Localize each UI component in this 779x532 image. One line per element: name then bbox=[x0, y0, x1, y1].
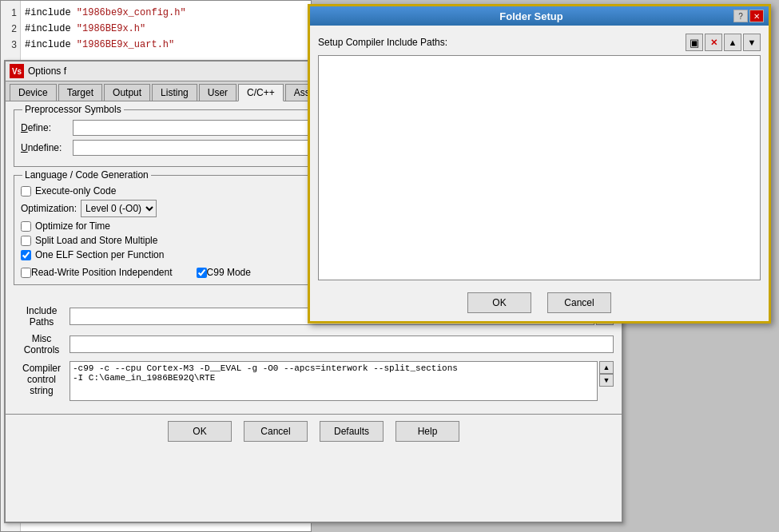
misc-controls-label: MiscControls bbox=[14, 333, 70, 356]
folder-body: Setup Compiler Include Paths: ▣ ✕ ▲ ▼ OK… bbox=[310, 26, 769, 321]
options-cancel-button[interactable]: Cancel bbox=[244, 421, 308, 442]
execute-only-checkbox[interactable] bbox=[21, 186, 31, 197]
tab-target[interactable]: Target bbox=[58, 84, 102, 101]
rw-position-label: Read-Write Position Independent bbox=[31, 267, 173, 278]
include-keyword-1: #include bbox=[25, 7, 77, 18]
split-load-checkbox[interactable] bbox=[21, 236, 31, 246]
folder-title: Folder Setup bbox=[331, 10, 732, 22]
undefine-label: Undefine: bbox=[21, 142, 73, 153]
c99-mode-checkbox[interactable] bbox=[197, 268, 207, 278]
scroll-buttons: ▲ ▼ bbox=[599, 361, 614, 387]
include-string-2: "1986BE9x.h" bbox=[77, 23, 145, 34]
rw-position-checkbox[interactable] bbox=[21, 268, 31, 278]
compiler-control-textarea[interactable]: -c99 -c --cpu Cortex-M3 -D__EVAL -g -O0 … bbox=[70, 361, 598, 401]
tab-device[interactable]: Device bbox=[10, 84, 57, 101]
setup-header: Setup Compiler Include Paths: ▣ ✕ ▲ ▼ bbox=[318, 34, 761, 51]
delete-path-button[interactable]: ✕ bbox=[705, 34, 722, 51]
left-checkboxes: Execute-only Code Optimization: Level 0 … bbox=[21, 185, 310, 264]
include-keyword-2: #include bbox=[25, 23, 77, 34]
move-down-button[interactable]: ▼ bbox=[743, 34, 761, 51]
close-titlebar-button[interactable]: ✕ bbox=[749, 10, 764, 22]
optimize-time-label: Optimize for Time bbox=[35, 220, 110, 232]
split-load-label: Split Load and Store Multiple bbox=[35, 235, 157, 246]
language-label: Language / Code Generation bbox=[22, 169, 151, 181]
code-line-3: #include "1986BE9x_uart.h" bbox=[25, 37, 186, 53]
optimization-select[interactable]: Level 0 (-O0) Level 1 (-O1) Level 2 (-O2… bbox=[81, 200, 157, 217]
code-line-1: #include "1986be9x_config.h" bbox=[25, 5, 186, 21]
line-num-3: 3 bbox=[1, 37, 20, 53]
folder-titlebar: Folder Setup ? ✕ bbox=[310, 6, 769, 26]
folder-ok-button[interactable]: OK bbox=[467, 292, 531, 313]
execute-only-label: Execute-only Code bbox=[35, 185, 116, 197]
tab-listing[interactable]: Listing bbox=[152, 84, 197, 101]
help-titlebar-button[interactable]: ? bbox=[733, 10, 748, 22]
new-folder-button[interactable]: ▣ bbox=[686, 34, 703, 51]
misc-controls-input[interactable] bbox=[70, 335, 614, 353]
scroll-down-button[interactable]: ▼ bbox=[599, 374, 614, 387]
options-title: Options f bbox=[28, 66, 66, 77]
vs-logo: Vs bbox=[10, 64, 24, 78]
folder-cancel-button[interactable]: Cancel bbox=[547, 292, 611, 313]
code-content: #include "1986be9x_config.h" #include "1… bbox=[21, 1, 190, 57]
options-dialog-buttons: OK Cancel Defaults Help bbox=[6, 414, 622, 448]
options-ok-button[interactable]: OK bbox=[168, 421, 232, 442]
line-num-2: 2 bbox=[1, 21, 20, 37]
include-paths-label: IncludePaths bbox=[14, 305, 70, 328]
c99-mode-label: C99 Mode bbox=[207, 267, 251, 278]
scroll-up-button[interactable]: ▲ bbox=[599, 361, 614, 374]
include-string-3: "1986BE9x_uart.h" bbox=[77, 39, 174, 50]
include-keyword-3: #include bbox=[25, 39, 77, 50]
folder-dialog-buttons: OK Cancel bbox=[318, 288, 761, 313]
tab-output[interactable]: Output bbox=[104, 84, 150, 101]
move-up-button[interactable]: ▲ bbox=[724, 34, 741, 51]
compiler-control-label: Compilercontrolstring bbox=[14, 361, 70, 397]
define-label: Define: bbox=[21, 122, 73, 133]
folder-setup-dialog: Folder Setup ? ✕ Setup Compiler Include … bbox=[308, 4, 771, 324]
setup-toolbar: ▣ ✕ ▲ ▼ bbox=[686, 34, 761, 51]
one-elf-checkbox[interactable] bbox=[21, 250, 31, 260]
setup-label: Setup Compiler Include Paths: bbox=[318, 37, 447, 48]
preprocessor-label: Preprocessor Symbols bbox=[22, 104, 124, 115]
paths-list bbox=[318, 55, 761, 280]
optimize-time-checkbox[interactable] bbox=[21, 221, 31, 232]
one-elf-label: One ELF Section per Function bbox=[35, 249, 164, 260]
tab-cpp[interactable]: C/C++ bbox=[238, 84, 284, 101]
tab-user[interactable]: User bbox=[199, 84, 236, 101]
line-num-1: 1 bbox=[1, 5, 20, 21]
options-defaults-button[interactable]: Defaults bbox=[320, 421, 384, 442]
optimization-label: Optimization: bbox=[21, 203, 77, 214]
code-line-2: #include "1986BE9x.h" bbox=[25, 21, 186, 37]
include-string-1: "1986be9x_config.h" bbox=[77, 7, 186, 18]
options-help-button[interactable]: Help bbox=[395, 421, 459, 442]
